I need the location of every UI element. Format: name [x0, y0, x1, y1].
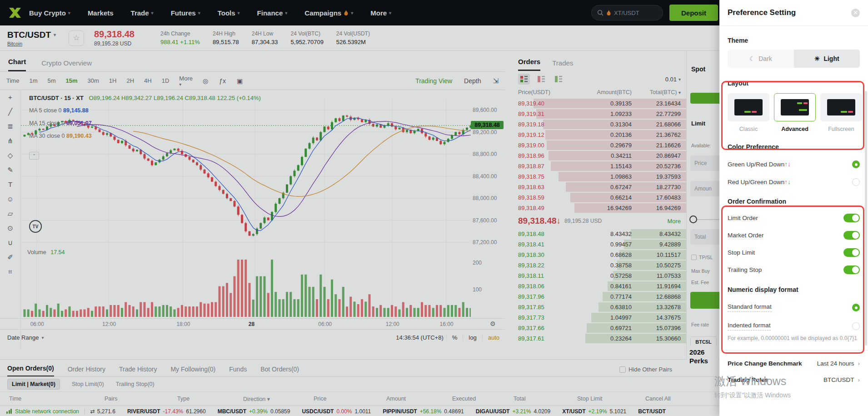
tab-funds[interactable]: Funds [229, 366, 247, 376]
ask-row[interactable]: 89,319.311.0923322.77299 [513, 109, 686, 119]
tab-open-orders[interactable]: Open Orders(0) [7, 365, 54, 376]
bid-row[interactable]: 89,317.660.6972115.07396 [513, 323, 686, 333]
ask-row[interactable]: 89,318.4916.9426916.94269 [513, 203, 686, 213]
tab-bot-orders[interactable]: Bot Orders(0) [260, 366, 299, 376]
nav-item-more[interactable]: More▾ [370, 9, 391, 17]
statusbar-ticker[interactable]: MBC/USDT+0.39%0.05859 [218, 408, 290, 415]
bid-row[interactable]: 89,317.850.6381013.32678 [513, 302, 686, 312]
theme-light-option[interactable]: ☀Light [794, 50, 860, 68]
bid-row[interactable]: 89,317.731.0499714.37675 [513, 312, 686, 323]
emoji-tool-icon[interactable]: ☺ [7, 195, 14, 202]
subtab-limit-market[interactable]: Limit | Market(0) [7, 379, 60, 390]
nav-item-buy-crypto[interactable]: Buy Crypto▾ [29, 9, 70, 17]
interval-5m[interactable]: 5m [47, 77, 55, 84]
coin-name[interactable]: Bitcoin [7, 41, 69, 46]
ask-row[interactable]: 89,319.400.3913523.16434 [513, 98, 686, 109]
search-input[interactable]: XT/USDT [591, 5, 663, 20]
total-field[interactable]: Total [690, 229, 719, 245]
color-option-selected[interactable]: Green Up/Red Down ↑↓ [728, 160, 860, 168]
precision-select[interactable]: 0.01▾ [665, 76, 681, 83]
patterns-icon[interactable]: ◇ [8, 152, 13, 159]
interval-2h[interactable]: 2H [126, 77, 134, 84]
interval-30m[interactable]: 30m [88, 77, 99, 84]
interval-1h[interactable]: 1H [109, 77, 117, 84]
tab-limit[interactable]: Limit [691, 120, 705, 127]
interval-time[interactable]: Time [6, 77, 19, 84]
auto-scale-button[interactable]: auto [482, 334, 505, 341]
more-link[interactable]: More [667, 218, 681, 225]
ask-row[interactable]: 89,318.590.6621417.60483 [513, 192, 686, 203]
tab-trade-history[interactable]: Trade History [119, 366, 157, 376]
amount-field[interactable]: Amoun [690, 181, 719, 196]
bid-row[interactable]: 89,317.610.2326415.30660 [513, 333, 686, 344]
interval-1m[interactable]: 1m [29, 77, 37, 84]
pitchfork-icon[interactable]: ⋔ [7, 137, 13, 144]
candlestick-chart[interactable] [21, 99, 471, 318]
ask-row[interactable]: 89,318.960.3421120.86947 [513, 150, 686, 161]
tab-crypto-overview[interactable]: Crypto Overview [41, 59, 92, 71]
nav-item-futures[interactable]: Futures▾ [171, 9, 200, 17]
subtab-stop-limit[interactable]: Stop Limit(0) [72, 381, 104, 387]
numeric-option-standard[interactable]: Standard format [728, 303, 860, 312]
statusbar-ticker[interactable]: USDC/USDT0.00%1.0011 [302, 408, 371, 415]
radio-icon[interactable] [852, 178, 860, 186]
trading-rules-row[interactable]: Trading Rules BTC/USDT› [728, 376, 860, 383]
toggle-switch-on[interactable] [843, 248, 860, 257]
bid-row[interactable]: 89,318.410.994579.42889 [513, 239, 686, 250]
book-asks-view-icon[interactable] [535, 74, 547, 85]
buy-button-fragment[interactable] [690, 292, 719, 309]
toggle-switch-on[interactable] [843, 266, 860, 274]
indicator-target-icon[interactable]: ◎ [203, 77, 208, 85]
statusbar-ticker[interactable]: DIGAU/USDT+3.21%4.0209 [476, 408, 550, 415]
bid-row[interactable]: 89,318.488.434328.43432 [513, 229, 686, 239]
tab-chart[interactable]: Chart [8, 58, 26, 71]
table-header-direction[interactable]: Direction ▾ [243, 396, 270, 402]
nav-item-finance[interactable]: Finance▾ [257, 9, 288, 17]
layout-option-advanced[interactable]: Advanced [774, 93, 816, 132]
expand-icon[interactable]: ⇲ [493, 77, 499, 85]
theme-dark-option[interactable]: ☾Dark [728, 50, 794, 68]
ask-row[interactable]: 89,319.000.2967921.16626 [513, 140, 686, 150]
bid-row[interactable]: 89,318.060.8416111.91694 [513, 281, 686, 291]
favorite-star-icon[interactable]: ☆ [69, 30, 84, 46]
date-range-button[interactable]: Date Range▾ [7, 334, 44, 341]
fx-indicators-icon[interactable]: ƒx [219, 77, 226, 85]
nav-item-trade[interactable]: Trade▾ [131, 9, 154, 17]
tpsl-checkbox[interactable]: TP/SL [691, 255, 713, 260]
deposit-button[interactable]: Deposit [669, 5, 718, 21]
tab-trades[interactable]: Trades [552, 59, 573, 71]
interval-more[interactable]: More ▾ [179, 75, 193, 87]
table-header-cancel-all[interactable]: Cancel All [645, 396, 671, 402]
pair-selector[interactable]: BTC/USDT▾ Bitcoin [7, 30, 69, 46]
xt-logo-icon[interactable] [7, 5, 23, 20]
nav-item-campaigns[interactable]: Campaigns▾ [304, 9, 353, 17]
trend-line-icon[interactable]: ╱ [8, 108, 12, 115]
subtab-trailing-stop[interactable]: Trailing Stop(0) [116, 381, 155, 387]
layout-option-classic[interactable]: Classic [728, 93, 769, 132]
depth-link[interactable]: Depth [464, 77, 481, 85]
bid-row[interactable]: 89,318.110.5725811.07533 [513, 271, 686, 281]
numeric-option-indented[interactable]: Indented format [728, 322, 860, 331]
bid-row[interactable]: 89,318.300.6862810.11517 [513, 250, 686, 260]
layout-option-fullscreen[interactable]: Fullscreen [820, 93, 862, 132]
collapse-indicators-button[interactable]: ⌃ [29, 152, 39, 160]
statusbar-ticker[interactable]: RIVER/USDT-17.43%61.2960 [127, 408, 206, 415]
interval-4h[interactable]: 4H [144, 77, 152, 84]
price-field[interactable]: Price [690, 155, 719, 171]
statusbar-ticker[interactable]: XT/USDT+2.19%5.1021 [562, 408, 626, 415]
tab-spot[interactable]: Spot [691, 65, 705, 73]
percent-scale-button[interactable]: % [446, 334, 463, 341]
ask-row[interactable]: 89,318.630.6724718.27730 [513, 182, 686, 192]
trading-view-link[interactable]: Trading View [415, 77, 452, 85]
log-scale-button[interactable]: log [463, 334, 482, 341]
bid-row[interactable]: 89,317.960.7717412.68868 [513, 291, 686, 302]
ask-row[interactable]: 89,318.871.1514320.52736 [513, 161, 686, 171]
perks-banner[interactable]: 2026 Perks [687, 346, 718, 367]
bid-row[interactable]: 89,318.220.3875810.50275 [513, 260, 686, 271]
book-bids-view-icon[interactable] [553, 74, 564, 85]
time-axis[interactable]: 06:0012:0018:002806:0012:0016:00⚙ [0, 318, 505, 329]
color-option-unselected[interactable]: Red Up/Green Down ↑↓ [728, 178, 860, 186]
zoom-tool-icon[interactable]: ⊙ [7, 225, 13, 231]
axis-settings-gear-icon[interactable]: ⚙ [490, 320, 496, 327]
slider-handle[interactable] [689, 216, 697, 223]
